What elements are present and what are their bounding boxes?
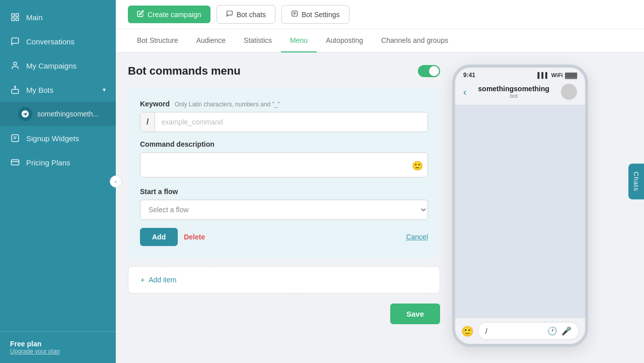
upgrade-link[interactable]: Upgrade your plan (10, 348, 106, 355)
cancel-button[interactable]: Cancel (406, 233, 428, 241)
card-actions: Add Delete Cancel (140, 228, 428, 246)
phone-bot-sub: bot (472, 93, 556, 99)
tab-channels-groups[interactable]: Channels and groups (372, 29, 457, 52)
add-item-row[interactable]: + Add item (128, 266, 440, 293)
page-title: Bot commands menu (128, 65, 241, 78)
grid-icon (10, 12, 20, 22)
settings-icon (291, 10, 298, 19)
sidebar-item-bot[interactable]: somethingsometh... (0, 102, 116, 126)
collapse-sidebar-button[interactable]: ‹ (110, 175, 122, 188)
sidebar-item-label: My Campaigns (26, 62, 77, 70)
back-icon[interactable]: ‹ (463, 86, 467, 98)
phone-status-icons: ▌▌▌ WiFi ▓▓▓ (537, 72, 577, 78)
battery-icon: ▓▓▓ (565, 72, 577, 78)
svg-point-6 (15, 86, 16, 87)
svg-rect-3 (16, 18, 19, 21)
phone-emoji-icon[interactable]: 🙂 (461, 325, 474, 337)
bot-avatar (18, 107, 32, 121)
sidebar-nav: Main Conversations My Campaigns My Bots (0, 0, 116, 331)
bot-name-label: somethingsometh... (37, 110, 99, 118)
sidebar-item-main[interactable]: Main (0, 5, 116, 29)
chats-tab[interactable]: Chats (628, 164, 644, 200)
sidebar-item-campaigns[interactable]: My Campaigns (0, 53, 116, 78)
wifi-icon: WiFi (551, 72, 563, 78)
slash-prefix: / (140, 112, 155, 132)
sidebar-item-mybots[interactable]: My Bots ▾ (0, 78, 116, 102)
phone-bot-avatar (561, 84, 577, 100)
signal-icon: ▌▌▌ (537, 72, 549, 78)
sidebar-item-label: Signup Widgets (26, 134, 79, 143)
main-content: Create campaign Bot chats Bot Settings B… (116, 0, 644, 363)
sidebar-item-label: Main (26, 13, 43, 22)
sidebar: Main Conversations My Campaigns My Bots (0, 0, 116, 363)
bot-icon (10, 85, 20, 95)
mic-icon: 🎤 (561, 326, 571, 336)
signup-icon (10, 133, 20, 143)
tab-statistics[interactable]: Statistics (235, 29, 281, 52)
sidebar-bottom: Free plan Upgrade your plan (0, 331, 116, 363)
delete-button[interactable]: Delete (184, 233, 205, 241)
tab-menu[interactable]: Menu (281, 29, 317, 52)
form-panel: Bot commands menu Keyword Only Latin cha… (128, 65, 440, 351)
toggle-switch[interactable] (418, 65, 440, 77)
description-label: Command description (140, 140, 428, 148)
phone-bot-info: somethingsomething bot (472, 85, 556, 99)
svg-point-4 (14, 62, 17, 65)
start-flow-label: Start a flow (140, 188, 428, 196)
description-field-wrapper: 🙂 (140, 152, 428, 179)
keyword-label: Keyword Only Latin characters, numbers a… (140, 100, 428, 108)
phone-input-field[interactable]: / 🕐 🎤 (478, 322, 579, 340)
create-campaign-button[interactable]: Create campaign (128, 6, 210, 23)
svg-rect-10 (12, 160, 19, 165)
svg-rect-5 (12, 89, 19, 93)
phone-slash: / (485, 327, 487, 335)
description-textarea[interactable] (140, 152, 428, 177)
sidebar-item-pricing[interactable]: Pricing Plans (0, 150, 116, 174)
save-button[interactable]: Save (390, 304, 440, 324)
svg-rect-1 (16, 14, 19, 16)
tab-audience[interactable]: Audience (187, 29, 235, 52)
content-area: Bot commands menu Keyword Only Latin cha… (116, 52, 644, 363)
save-button-row: Save (128, 304, 440, 324)
tab-bot-structure[interactable]: Bot Structure (128, 29, 187, 52)
top-bar: Create campaign Bot chats Bot Settings (116, 0, 644, 29)
svg-rect-2 (12, 18, 14, 21)
keyword-note: Only Latin characters, numbers and "_" (175, 101, 280, 108)
bot-settings-button[interactable]: Bot Settings (281, 5, 349, 24)
sidebar-item-label: Pricing Plans (26, 158, 70, 167)
sidebar-item-signup[interactable]: Signup Widgets (0, 126, 116, 150)
command-card: Keyword Only Latin characters, numbers a… (128, 88, 440, 258)
chat-bubble-icon (226, 10, 233, 19)
sidebar-item-label: Conversations (26, 37, 75, 46)
person-icon (10, 60, 20, 71)
add-button[interactable]: Add (140, 228, 178, 246)
tab-autoposting[interactable]: Autoposting (317, 29, 372, 52)
phone-bot-name: somethingsomething (472, 85, 556, 93)
sidebar-item-label: My Bots (26, 86, 53, 94)
phone-time: 9:41 (463, 72, 475, 79)
sidebar-item-conversations[interactable]: Conversations (0, 29, 116, 53)
chat-icon (10, 36, 20, 46)
chevron-down-icon: ▾ (103, 86, 106, 93)
plan-name: Free plan (10, 340, 106, 348)
bot-chats-button[interactable]: Bot chats (217, 5, 275, 24)
phone-header: ‹ somethingsomething bot (455, 81, 585, 105)
tab-navigation: Bot Structure Audience Statistics Menu A… (116, 29, 644, 52)
svg-rect-0 (12, 14, 14, 16)
add-item-label: Add item (149, 276, 176, 284)
phone-status-bar: 9:41 ▌▌▌ WiFi ▓▓▓ (455, 68, 585, 81)
phone-mockup: 9:41 ▌▌▌ WiFi ▓▓▓ ‹ somethingsomething b… (452, 65, 588, 347)
pricing-icon (10, 157, 20, 167)
plus-icon: + (140, 276, 145, 284)
edit-icon (137, 10, 144, 19)
flow-select[interactable]: Select a flow (140, 200, 428, 220)
phone-chat-area (455, 105, 585, 318)
page-title-row: Bot commands menu (128, 65, 440, 78)
phone-input-icons: 🕐 🎤 (547, 326, 571, 336)
phone-input-bar: 🙂 / 🕐 🎤 (455, 318, 585, 344)
keyword-input-wrapper: / (140, 112, 428, 132)
clock-icon: 🕐 (547, 326, 557, 336)
keyword-input[interactable] (155, 113, 427, 131)
emoji-icon[interactable]: 🙂 (412, 160, 423, 171)
